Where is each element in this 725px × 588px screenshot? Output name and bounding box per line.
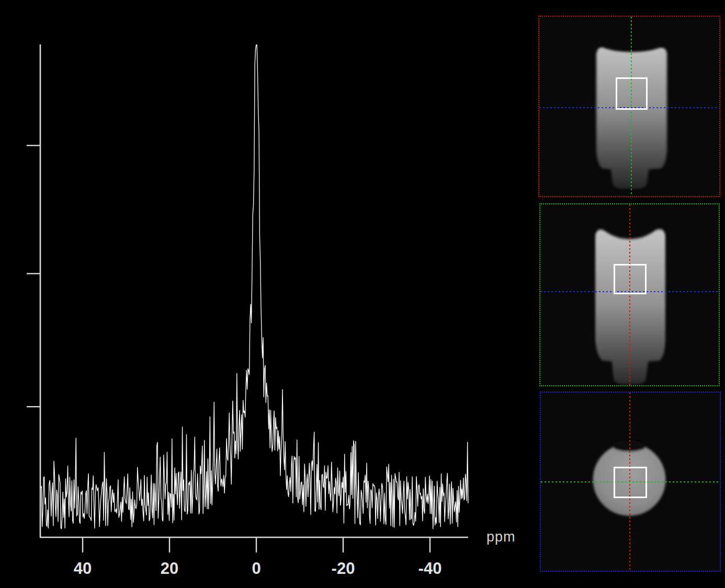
spectrum-trace bbox=[41, 45, 468, 529]
voxel-roi-box[interactable] bbox=[614, 467, 647, 498]
x-tick-label: 20 bbox=[161, 559, 178, 578]
voxel-roi-box[interactable] bbox=[616, 77, 648, 110]
x-tick-label: 40 bbox=[74, 559, 92, 578]
crosshair-vertical bbox=[629, 204, 630, 385]
x-tick-label: -40 bbox=[418, 559, 442, 578]
x-axis-unit-label: ppm bbox=[486, 529, 523, 545]
x-tick-label: 0 bbox=[252, 559, 260, 578]
localizer-panel-middle[interactable] bbox=[539, 203, 720, 386]
x-tick-label: -20 bbox=[332, 559, 355, 578]
voxel-roi-box[interactable] bbox=[614, 264, 647, 294]
localizer-panel-top[interactable] bbox=[538, 16, 720, 197]
spectrum-plot: 40200-20-40 bbox=[0, 0, 528, 588]
mrs-console: 40200-20-40 ppm bbox=[0, 0, 725, 588]
localizer-panel-bottom[interactable] bbox=[540, 391, 721, 572]
